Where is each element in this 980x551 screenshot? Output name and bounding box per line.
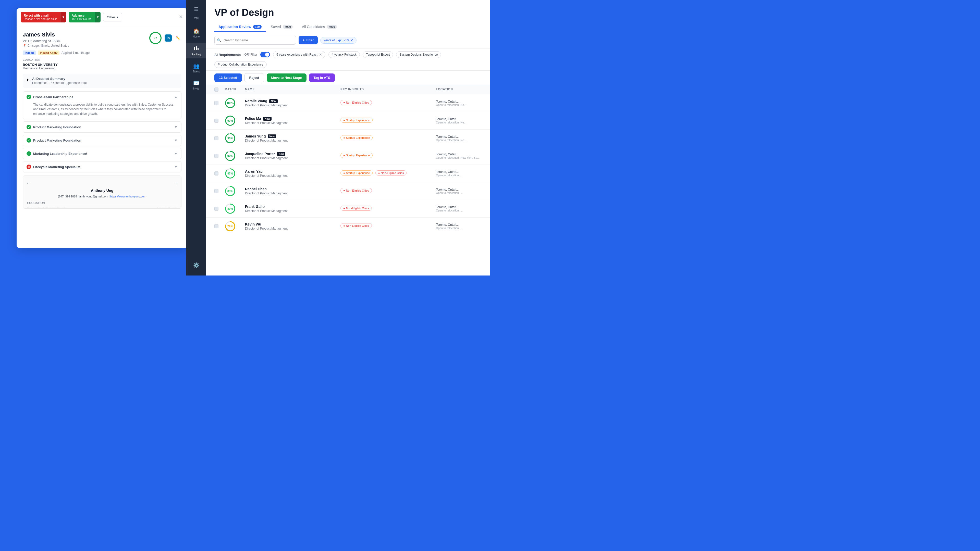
table-row[interactable]: 80% Frank Gallo Director of Product Mana… xyxy=(206,200,490,218)
req-chip-react-remove[interactable]: ✕ xyxy=(319,52,322,57)
tag-in-ats-button[interactable]: Tag in ATS xyxy=(309,73,335,82)
resume-education-header: EDUCATION xyxy=(27,201,177,206)
ai-req-toggle[interactable] xyxy=(260,52,270,57)
filter-button-label: + Filter xyxy=(303,38,313,42)
table-row[interactable]: 97% Felice Ma New Director of Product Ma… xyxy=(206,112,490,130)
reject-bulk-button[interactable]: Reject xyxy=(245,73,264,82)
sidebar-item-invite[interactable]: ✉️ Invite xyxy=(186,78,206,93)
education-major: Mechanical Engineering xyxy=(23,67,181,70)
row-checkbox[interactable] xyxy=(215,224,218,228)
table-row[interactable]: 79% Kevin Wu Director of Product Managme… xyxy=(206,218,490,235)
dot-icon: ● xyxy=(343,154,345,157)
selected-count-button[interactable]: 13 Selected xyxy=(215,73,242,82)
row-checkbox[interactable] xyxy=(215,136,218,140)
table-row[interactable]: 90% Jacqueline Porter New Director of Pr… xyxy=(206,147,490,165)
insight-title-1: Cross-Team Partnerships xyxy=(33,95,73,99)
insight-header-1[interactable]: ✓ Cross-Team Partnerships ▲ xyxy=(23,92,181,102)
dot-icon: ● xyxy=(343,101,345,104)
match-score-kevin: 79% xyxy=(228,225,233,228)
ats-sidebar: ☰ tofu 🏠 Home Ranking 👥 Talent ✉️ Invite xyxy=(186,0,206,275)
sidebar-home-label: Home xyxy=(193,35,200,38)
req-chip-react: 5 years experience with React ✕ xyxy=(273,51,325,58)
select-all-checkbox[interactable] xyxy=(215,87,218,92)
row-checkbox[interactable] xyxy=(215,154,218,158)
linkedin-icon[interactable]: in xyxy=(165,35,172,41)
ats-main: VP of Design Application Review 150 Save… xyxy=(206,0,490,275)
ai-requirements-bar: AI Requirements 'OR' Filter 5 years expe… xyxy=(206,48,490,71)
sidebar-item-home[interactable]: 🏠 Home xyxy=(186,25,206,41)
row-checkbox[interactable] xyxy=(215,206,218,211)
tab-all-candidates[interactable]: All Candidates 4000 xyxy=(298,22,341,32)
filter-chip-remove[interactable]: ✕ xyxy=(350,38,353,42)
settings-icon[interactable]: ⚙️ xyxy=(190,259,203,272)
insight-body-1: The candidate demonstrates a proven abil… xyxy=(23,102,181,119)
insights-frank: ● Non-Eligible Cities xyxy=(340,206,436,212)
move-next-stage-button[interactable]: Move to Next Stage xyxy=(267,73,307,82)
sidebar-item-ranking[interactable]: Ranking xyxy=(186,43,206,59)
sidebar-ranking-label: Ranking xyxy=(192,53,201,56)
filter-button[interactable]: + Filter xyxy=(299,36,318,44)
resume-contact: (647) 394 9818 | anthnyung@gmail.com | h… xyxy=(27,194,177,199)
req-chip-fullstack-label: 4 years+ Fullstack xyxy=(332,53,356,56)
insight-header-2[interactable]: ✓ Product Marketing Foundation ▼ xyxy=(23,122,181,132)
reject-dropdown-arrow[interactable]: ▾ xyxy=(60,12,66,22)
check-icon-2: ✓ xyxy=(27,125,31,129)
req-chip-typescript-label: Typescript Expert xyxy=(366,53,390,56)
new-badge-james: New xyxy=(268,135,276,138)
other-button[interactable]: Other ▾ xyxy=(103,13,123,21)
match-circle-felice: 97% xyxy=(224,115,236,126)
insight-item-3: ✓ Product Marketing Foundation ▼ xyxy=(23,135,181,146)
row-checkbox[interactable] xyxy=(215,119,218,123)
filter-chip-label: Years of Exp: 5-10 xyxy=(324,38,348,42)
resume-website-link[interactable]: https://www.anthonyung.com xyxy=(110,195,146,198)
reject-button[interactable]: Reject with email Reason : Not enough sk… xyxy=(21,12,66,22)
sidebar-item-talent[interactable]: 👥 Talent xyxy=(186,60,206,76)
match-score-james: 95% xyxy=(228,137,233,140)
advance-destination: To : First Round xyxy=(72,17,92,21)
location-sub-jacqueline: Open to relocation: New York, Sa... xyxy=(436,156,482,159)
insight-header-3[interactable]: ✓ Product Marketing Foundation ▼ xyxy=(23,135,181,146)
location-text-james: Toronto, Ontari... xyxy=(436,135,482,138)
edit-icon[interactable]: ✏️ xyxy=(174,35,181,41)
table-row[interactable]: 100% Natalie Wang New Director of Produc… xyxy=(206,94,490,112)
row-checkbox[interactable] xyxy=(215,101,218,105)
search-input[interactable] xyxy=(215,36,296,44)
advance-button[interactable]: Advance To : First Round ▾ xyxy=(68,12,100,22)
req-chip-system-designs-label: System Designs Experience xyxy=(399,53,438,56)
advance-dropdown-arrow[interactable]: ▾ xyxy=(95,12,100,22)
education-school: BOSTON UNIVERSITY xyxy=(23,63,181,67)
new-badge-jacqueline: New xyxy=(277,152,286,156)
insights-natalie: ● Non-Eligible Cities xyxy=(340,100,436,106)
table-row[interactable]: 95% James Yung New Director of Product M… xyxy=(206,130,490,147)
insights-felice: ● Startup Experience xyxy=(340,118,436,124)
insight-header-5[interactable]: ✕ Lifecycle Marketing Specialist ▼ xyxy=(23,162,181,172)
tab-application-review[interactable]: Application Review 150 xyxy=(215,22,266,32)
col-insights-header: Key Insights xyxy=(340,87,436,92)
match-score-felice: 97% xyxy=(228,119,233,122)
match-score-frank: 80% xyxy=(228,207,233,210)
resume-name: Anthony Ung xyxy=(27,188,177,193)
search-icon: 🔍 xyxy=(217,38,221,42)
close-button[interactable]: ✕ xyxy=(178,13,183,21)
tab-saved[interactable]: Saved 4000 xyxy=(267,22,297,32)
req-chip-product-collab: Product Collaboration Experience xyxy=(215,61,267,68)
education-label: Education xyxy=(23,58,181,61)
row-checkbox[interactable] xyxy=(215,171,218,176)
insight-header-4[interactable]: ✓ Marketing Leadership Experience\ ▼ xyxy=(23,148,181,159)
score-text: 97 xyxy=(154,36,157,40)
candidate-role-natalie: Director of Product Managment xyxy=(245,103,340,107)
selected-count-label: 13 Selected xyxy=(219,76,237,79)
table-row[interactable]: 87% Aaron Yau Director of Product Managm… xyxy=(206,165,490,183)
app-name: tofu xyxy=(194,16,199,19)
sidebar-invite-label: Invite xyxy=(193,87,199,90)
ranking-icon xyxy=(193,45,199,52)
ats-tabs: Application Review 150 Saved 4000 All Ca… xyxy=(215,22,482,32)
candidate-name-rachel: Rachel Chen xyxy=(245,187,340,191)
svg-rect-2 xyxy=(194,47,195,50)
table-row[interactable]: 83% Rachel Chen Director of Product Mana… xyxy=(206,183,490,200)
ai-icon: ✦ xyxy=(26,77,30,83)
indeed-tag: Indeed xyxy=(23,51,36,55)
location-text-jacqueline: Toronto, Ontari... xyxy=(436,152,482,156)
menu-icon[interactable]: ☰ xyxy=(192,4,200,14)
row-checkbox[interactable] xyxy=(215,189,218,193)
